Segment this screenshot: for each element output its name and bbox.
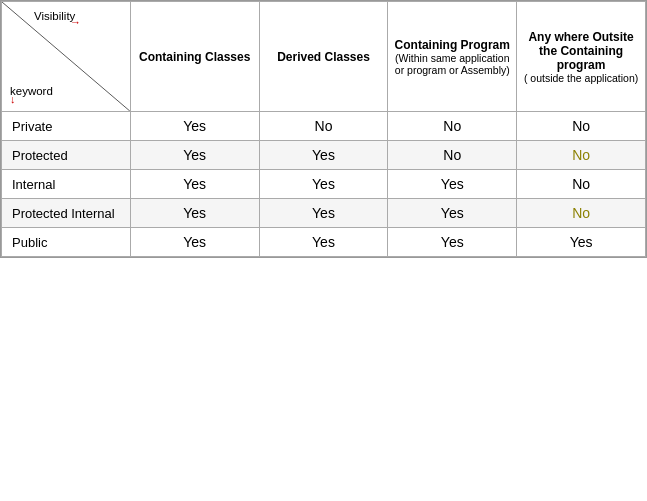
- table-row: ProtectedYesYesNoNo: [2, 141, 646, 170]
- value-outside: Yes: [517, 228, 646, 257]
- value-containing: Yes: [130, 170, 259, 199]
- value-outside: No: [517, 141, 646, 170]
- value-derived: Yes: [259, 141, 388, 170]
- visibility-table: Visibility → keyword ↓ Containing Classe…: [0, 0, 647, 258]
- value-containing: Yes: [130, 199, 259, 228]
- table-row: PrivateYesNoNoNo: [2, 112, 646, 141]
- header-row: Visibility → keyword ↓ Containing Classe…: [2, 2, 646, 112]
- value-program: Yes: [388, 170, 517, 199]
- value-outside: No: [517, 170, 646, 199]
- value-derived: Yes: [259, 199, 388, 228]
- col-header-containing: Containing Classes: [130, 2, 259, 112]
- value-derived: No: [259, 112, 388, 141]
- corner-bottom-label: keyword: [10, 85, 53, 97]
- col-header-outside: Any where Outsite the Containing program…: [517, 2, 646, 112]
- value-program: No: [388, 141, 517, 170]
- value-containing: Yes: [130, 112, 259, 141]
- value-containing: Yes: [130, 228, 259, 257]
- value-containing: Yes: [130, 141, 259, 170]
- corner-cell: Visibility → keyword ↓: [2, 2, 131, 112]
- value-program: Yes: [388, 199, 517, 228]
- table-row: Protected InternalYesYesYesNo: [2, 199, 646, 228]
- value-outside: No: [517, 112, 646, 141]
- keyword-cell: Protected Internal: [2, 199, 131, 228]
- keyword-cell: Internal: [2, 170, 131, 199]
- table-row: InternalYesYesYesNo: [2, 170, 646, 199]
- col-header-derived: Derived Classes: [259, 2, 388, 112]
- corner-top-arrow: →: [70, 16, 81, 28]
- col-header-program: Containing Program (Within same applicat…: [388, 2, 517, 112]
- keyword-cell: Protected: [2, 141, 131, 170]
- value-derived: Yes: [259, 228, 388, 257]
- keyword-cell: Public: [2, 228, 131, 257]
- value-program: No: [388, 112, 517, 141]
- value-outside: No: [517, 199, 646, 228]
- value-derived: Yes: [259, 170, 388, 199]
- corner-bottom-arrow: ↓: [10, 93, 16, 105]
- table-row: PublicYesYesYesYes: [2, 228, 646, 257]
- value-program: Yes: [388, 228, 517, 257]
- keyword-cell: Private: [2, 112, 131, 141]
